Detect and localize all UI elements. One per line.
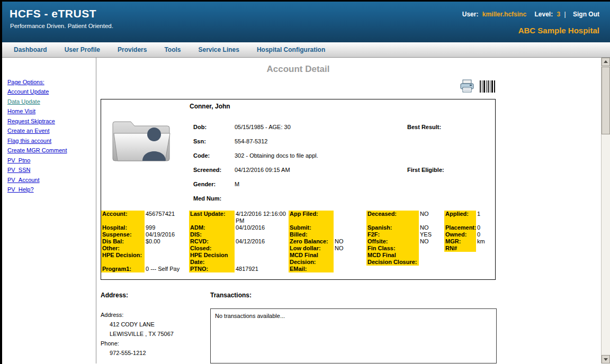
grid-value: NO — [419, 211, 444, 224]
scroll-down-icon[interactable] — [602, 355, 610, 363]
sidebar-link-home-visit[interactable]: Home Visit — [7, 108, 94, 114]
grid-row: HPE Decision:HPE Decision Date:MCD Final… — [101, 252, 495, 266]
nav-item-dashboard[interactable]: Dashboard — [14, 46, 47, 53]
nav-bar: DashboardUser ProfileProvidersToolsServi… — [2, 42, 610, 58]
hospital-name: ABC Sample Hospital — [518, 26, 599, 35]
grid-value: 4/12/2016 12:16:00 PM — [235, 211, 289, 224]
patient-folder-icon — [112, 113, 173, 165]
nav-item-user-profile[interactable]: User Profile — [65, 46, 100, 53]
sidebar-link-pv-help[interactable]: PV_Help? — [7, 186, 94, 193]
grid-label: Account: — [101, 211, 145, 224]
grid-value: 04/19/2016 — [145, 231, 189, 238]
grid-label: Submit: — [289, 224, 334, 231]
scrollbar-thumb[interactable] — [602, 67, 610, 134]
grid-value — [419, 252, 444, 266]
nav-item-service-lines[interactable]: Service Lines — [199, 46, 239, 53]
patient-field-label: Code: — [193, 152, 235, 159]
address-label: Address: — [101, 312, 123, 318]
grid-value — [476, 252, 495, 266]
grid-label: HPE Decision: — [101, 252, 145, 266]
grid-label: MCD Final Decision Closure: — [366, 252, 419, 266]
barcode-icon[interactable] — [480, 80, 496, 95]
sidebar-link-data-update[interactable]: Data Update — [7, 98, 94, 105]
grid-label: Hospital: — [101, 224, 145, 231]
address-heading: Address: — [101, 292, 128, 299]
patient-field-row: Screened:04/12/2016 09:15 AMFirst Eligib… — [193, 167, 492, 181]
grid-label: Other: — [101, 245, 145, 252]
grid-row: Program1:0 --- Self PayPTNO:4817921EMail… — [101, 266, 495, 272]
nav-item-tools[interactable]: Tools — [164, 46, 181, 53]
grid-label: Offsite: — [366, 238, 419, 245]
grid-value: NO — [419, 224, 444, 231]
level-value: 3 — [557, 11, 561, 18]
patient-field-row: Dob:05/15/1985 - AGE: 30Best Result: — [193, 124, 492, 138]
app-window: HCFS - eTRUST Performance Driven. Patien… — [2, 2, 610, 364]
grid-label: Zero Balance: — [289, 238, 334, 245]
grid-value: NO — [419, 238, 444, 245]
sidebar-link-request-skiptrace[interactable]: Request Skiptrace — [7, 118, 94, 124]
patient-right-label: First Eligible: — [407, 167, 444, 173]
level-label: Level: — [534, 11, 553, 18]
sidebar-link-pv-account[interactable]: PV_Account — [7, 177, 94, 183]
sidebar-link-flag-this-account[interactable]: Flag this account — [7, 138, 94, 144]
grid-label — [444, 252, 476, 266]
grid-value: NO — [334, 245, 366, 252]
patient-field-label: Dob: — [193, 124, 235, 130]
grid-value: 0 — [476, 231, 495, 238]
scroll-up-icon[interactable] — [602, 58, 610, 66]
grid-label: Suspense: — [101, 231, 145, 238]
grid-label: MGR: — [444, 238, 476, 245]
grid-value — [419, 266, 444, 272]
username: kmiller.hcfsinc — [482, 11, 526, 18]
grid-value: 999 — [145, 224, 189, 231]
grid-label: Deceased: — [366, 211, 419, 224]
address-line2: LEWISVILLE , TX 75067 — [110, 331, 174, 337]
grid-value — [145, 245, 189, 252]
vertical-scrollbar[interactable] — [601, 58, 610, 363]
grid-label: Fin Class: — [366, 245, 419, 252]
sign-out-link[interactable]: Sign Out — [573, 11, 599, 18]
grid-label: Spanish: — [366, 224, 419, 231]
grid-value — [476, 245, 495, 252]
sidebar-link-create-mgr-comment[interactable]: Create MGR Comment — [7, 147, 94, 153]
grid-label: Placement: — [444, 224, 476, 231]
lower-section: Address: Transactions: Address: 412 CODY… — [101, 280, 496, 363]
sidebar-link-account-update[interactable]: Account Update — [7, 88, 94, 95]
content-column: Account Detail — [101, 64, 496, 363]
grid-value: 04/10/2016 — [235, 224, 289, 231]
grid-label: Billed: — [289, 231, 334, 238]
patient-field-value: 554-87-5312 — [235, 138, 267, 144]
grid-value — [419, 245, 444, 252]
divider: | — [564, 11, 566, 18]
printer-icon[interactable] — [460, 79, 474, 95]
nav-item-providers[interactable]: Providers — [118, 46, 147, 53]
grid-label: DIS: — [189, 231, 235, 238]
grid-value: 04/12/2016 — [235, 238, 289, 245]
patient-field-label: Gender: — [193, 181, 235, 187]
patient-field-value: 05/15/1985 - AGE: 30 — [235, 124, 291, 130]
grid-value: 4817921 — [235, 266, 289, 272]
sidebar-link-pv-ptno[interactable]: PV_Ptno — [7, 157, 94, 163]
grid-label: RCVD: — [189, 238, 235, 245]
page-title: Account Detail — [101, 64, 496, 75]
grid-value — [334, 252, 366, 266]
patient-right-label: Best Result: — [407, 124, 441, 130]
sidebar-link-pv-ssn[interactable]: PV_SSN — [7, 167, 94, 173]
patient-field-row: Med Num: — [193, 195, 492, 210]
grid-label: Program1: — [101, 266, 145, 272]
grid-label: Last Update: — [189, 211, 235, 224]
sidebar-link-create-an-event[interactable]: Create an Event — [7, 128, 94, 134]
grid-label: EMail: — [289, 266, 334, 272]
nav-item-hospital-configuration[interactable]: Hospital Configuration — [257, 46, 325, 53]
grid-label: Owned: — [444, 231, 476, 238]
user-info-bar: User: kmiller.hcfsinc Level: 3 | Sign Ou… — [460, 11, 599, 18]
account-grid: Account:456757421Last Update:4/12/2016 1… — [101, 211, 495, 272]
app-tagline: Performance Driven. Patient Oriented. — [10, 23, 113, 29]
sidebar-links: Account UpdateData UpdateHome VisitReque… — [7, 88, 94, 193]
grid-value: $0.00 — [145, 238, 189, 245]
grid-label: Applied: — [444, 211, 476, 224]
grid-row: Hospital:999ADM:04/10/2016Submit:Spanish… — [101, 224, 495, 231]
phone-label: Phone: — [101, 340, 119, 347]
grid-row: Suspense:04/19/2016DIS:Billed:F2F:YESOwn… — [101, 231, 495, 238]
transactions-panel: No transactions available... — [210, 308, 497, 363]
